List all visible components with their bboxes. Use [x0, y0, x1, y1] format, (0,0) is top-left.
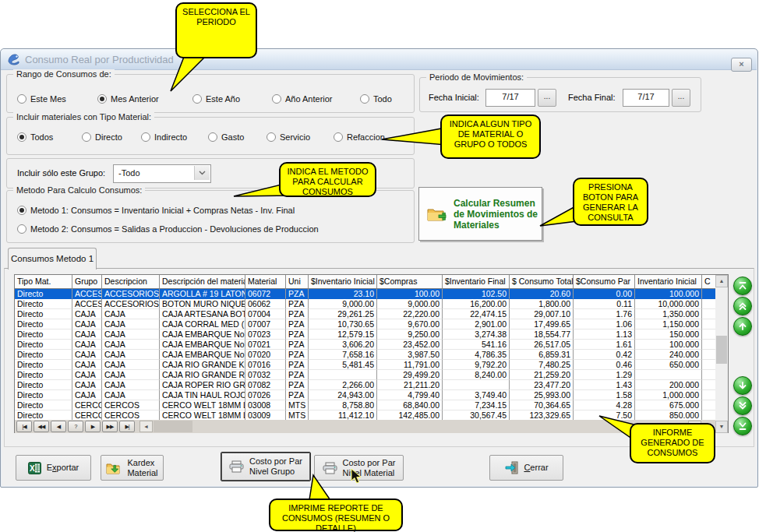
column-header[interactable]: $Consumo Par [574, 275, 635, 288]
radio-circle[interactable] [17, 206, 26, 215]
radio-circle[interactable] [141, 132, 150, 142]
radio-circle[interactable] [82, 132, 91, 142]
table-row[interactable]: DirectoCAJACAJACAJA EMBARQUE No.07023PZA… [15, 329, 728, 340]
table-row[interactable]: DirectoCAJACAJACAJA ROPER RIO GRA07082PZ… [15, 380, 728, 390]
column-header[interactable]: $Compras [377, 275, 443, 288]
table-cell: 23.10 [309, 289, 377, 299]
hscroll-left-arrow-icon[interactable]: ◄ [139, 421, 153, 432]
radio-todo[interactable]: Todo [360, 94, 392, 104]
table-cell: CAJA [102, 390, 160, 400]
column-header[interactable]: Inventario Inicial [635, 275, 702, 288]
radio-label: Este Año [206, 94, 240, 104]
radio-metodo-2[interactable]: Metodo 2: Consumos = Salidas a Produccio… [17, 224, 319, 234]
table-cell: Directo [15, 340, 72, 350]
calcular-resumen-button[interactable]: Calcular Resumen de Movimientos de Mater… [418, 187, 542, 241]
scroll-bottom-button[interactable] [733, 417, 752, 435]
table-row[interactable]: DirectoCAJACAJACAJA EMBARQUE No.07021PZA… [15, 340, 728, 350]
column-header[interactable]: Descripción del material [160, 275, 245, 288]
cerrar-button[interactable]: Cerrar [489, 455, 563, 481]
table-row[interactable]: DirectoCAJACAJACAJA CORRAL MED (07007PZA… [15, 319, 728, 329]
table-cell: 650.000 [635, 360, 702, 370]
fecha-inicial-browse-button[interactable]: ... [538, 89, 556, 107]
radio-circle[interactable] [334, 132, 343, 142]
table-cell: CAJA RIO GRANDE KID [160, 360, 245, 370]
hscroll-thumb[interactable] [154, 421, 192, 432]
vscroll-up-arrow-icon[interactable]: ▲ [715, 275, 728, 287]
table-cell: Directo [15, 309, 72, 319]
kardex-material-button[interactable]: Kardex Material [101, 455, 164, 481]
vscroll-down-arrow-icon[interactable]: ▼ [715, 421, 728, 433]
table-cell: 26,517.05 [510, 340, 574, 350]
radio-ano-anterior[interactable]: Año Anterior [272, 94, 333, 104]
radio-circle[interactable] [360, 94, 369, 104]
page-up-button[interactable] [733, 297, 752, 315]
navigator-button[interactable]: ◀ [51, 421, 66, 432]
column-header[interactable]: Descripcion [102, 275, 160, 288]
radio-este-ano[interactable]: Este Año [192, 94, 240, 104]
fecha-inicial-input[interactable]: 7/17 [485, 89, 535, 107]
radio-todos[interactable]: Todos [17, 132, 53, 142]
column-header[interactable]: Material [245, 275, 286, 288]
grid-vertical-scrollbar[interactable]: ▲ ▼ [715, 275, 728, 433]
table-row[interactable]: DirectoCAJACAJACAJA RIO GRANDE KID07016P… [15, 360, 728, 370]
radio-refaccion[interactable]: Refaccion [334, 132, 385, 142]
radio-directo[interactable]: Directo [82, 132, 122, 142]
exportar-button[interactable]: X Exportar [16, 455, 91, 481]
navigator-button[interactable]: ▶▶ [102, 421, 118, 432]
column-header[interactable]: C [702, 275, 716, 288]
column-header[interactable]: Tipo Mat. [15, 275, 72, 288]
table-cell: 1.58 [574, 390, 635, 400]
fecha-final-browse-button[interactable]: ... [672, 89, 690, 107]
radio-metodo-1[interactable]: Metodo 1: Consumos = Inventario Inicial … [17, 206, 295, 215]
radio-circle[interactable] [17, 132, 26, 142]
navigator-button[interactable]: |◀ [16, 421, 32, 432]
column-header[interactable]: Grupo [72, 275, 102, 288]
navigator-button[interactable]: ▶| [119, 421, 135, 432]
column-header[interactable]: $Inventario Inicial [309, 275, 377, 288]
exportar-label: Exportar [47, 463, 79, 473]
table-row[interactable]: DirectoACCESACCESORIOSARGOLLA # 19 LATON… [15, 289, 728, 299]
column-header[interactable]: $ Consumo Total [510, 275, 574, 288]
table-cell: 22,220.00 [377, 309, 443, 319]
vscroll-thumb[interactable] [716, 336, 727, 364]
table-row[interactable]: DirectoCERCOCERCOSCERCO WELT 18MM L03008… [15, 400, 728, 410]
column-header[interactable]: Uni [286, 275, 309, 288]
column-header[interactable]: $Inventario Final [443, 275, 510, 288]
table-cell [443, 380, 510, 390]
costo-nivel-grupo-button[interactable]: Costo por Par Nivel Grupo [221, 452, 311, 481]
close-button[interactable]: × [731, 58, 752, 72]
navigator-button[interactable]: ? [68, 421, 83, 432]
radio-circle[interactable] [17, 94, 26, 104]
radio-indirecto[interactable]: Indirecto [141, 132, 187, 142]
table-row[interactable]: DirectoACCESACCESORIOSBOTON MURO NIQUEL0… [15, 299, 728, 309]
table-row[interactable]: DirectoCAJACAJACAJA ARTESANA BOT.07004PZ… [15, 309, 728, 319]
row-up-button[interactable] [733, 317, 752, 336]
row-down-button[interactable] [733, 376, 752, 395]
table-cell: 1.29 [574, 370, 635, 380]
radio-circle[interactable] [208, 132, 217, 142]
navigator-button[interactable]: ▶ [85, 421, 101, 432]
radio-label: Indirecto [154, 132, 187, 142]
table-row[interactable]: DirectoCAJACAJACAJA RIO GRANDE RO07032PZ… [15, 370, 728, 380]
radio-circle[interactable] [272, 94, 281, 104]
chevron-down-icon[interactable] [194, 166, 210, 180]
radio-mes-anterior[interactable]: Mes Anterior [97, 94, 159, 104]
radio-gasto[interactable]: Gasto [208, 132, 244, 142]
page-down-button[interactable] [733, 396, 752, 415]
grupo-combobox[interactable]: -Todo [113, 164, 211, 183]
table-row[interactable]: DirectoCAJACAJACAJA TIN HAUL ROJO07026PZ… [15, 390, 728, 400]
consumos-grid[interactable]: Tipo Mat.GrupoDescripcionDescripción del… [14, 274, 729, 433]
navigator-button[interactable]: ◀◀ [34, 421, 49, 432]
fecha-final-input[interactable]: 7/17 [623, 89, 669, 107]
table-cell: 20.60 [510, 289, 574, 299]
table-row[interactable]: DirectoCAJACAJACAJA EMBARQUE No.07020PZA… [15, 350, 728, 360]
radio-circle[interactable] [17, 224, 26, 234]
table-cell: 9,000.00 [377, 299, 443, 309]
radio-circle[interactable] [192, 94, 202, 104]
radio-circle[interactable] [97, 94, 107, 104]
tab-consumos-metodo-1[interactable]: Consumos Metodo 1 [8, 248, 97, 270]
radio-este-mes[interactable]: Este Mes [17, 94, 66, 104]
radio-servicio[interactable]: Servicio [267, 132, 310, 142]
radio-circle[interactable] [267, 132, 276, 142]
scroll-top-button[interactable] [733, 277, 752, 295]
